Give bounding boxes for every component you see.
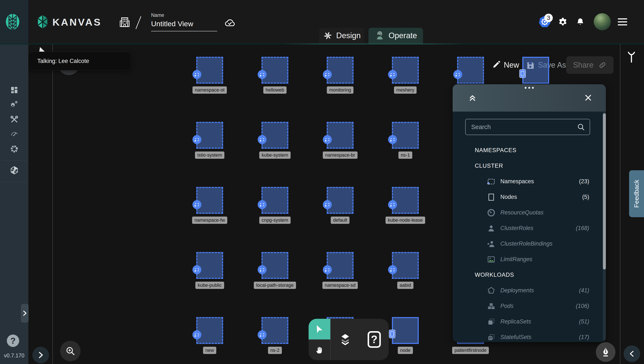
canvas-node-default[interactable] [327, 187, 354, 214]
panel-item-pods[interactable]: Pods(106) [453, 298, 606, 314]
node-label[interactable]: aabid [397, 282, 414, 289]
share-button[interactable]: Share [566, 56, 614, 74]
new-button[interactable]: New [504, 60, 519, 70]
canvas-node-namespace-sd[interactable] [327, 252, 354, 279]
drag-handle-icon[interactable] [453, 87, 606, 89]
kubernetes-context-badge[interactable]: 3 [544, 14, 553, 22]
canvas-node-cnpg-system[interactable] [262, 187, 288, 214]
canvas-node-ns-1[interactable] [392, 122, 419, 149]
extensions-ring-icon[interactable] [10, 144, 19, 154]
canvas-node-namespace-br[interactable] [327, 122, 354, 149]
panel-section-cluster: CLUSTER [453, 158, 606, 174]
node-label[interactable]: patientfirstnode [452, 347, 489, 354]
canvas-node-namespace-fw[interactable] [196, 187, 223, 214]
search-icon[interactable] [576, 122, 586, 131]
node-label[interactable]: node [398, 347, 413, 354]
performance-gauge-icon[interactable] [10, 129, 19, 139]
panel-item-statefulsets[interactable]: StatefulSets(17) [453, 329, 606, 342]
panel-item-label: Namespaces [500, 178, 579, 185]
panel-section-namespaces: NAMESPACES [453, 142, 606, 158]
node-label[interactable]: ns-2 [268, 347, 282, 354]
canvas-node-istio-system[interactable] [196, 122, 223, 149]
organization-building-icon[interactable] [118, 16, 131, 29]
node-label[interactable]: helloweb [264, 86, 286, 94]
canvas-node-unnamed[interactable] [457, 57, 484, 84]
workspace-logo-cell[interactable] [0, 0, 28, 44]
meshery-hexagon-icon[interactable] [10, 165, 19, 175]
node-label[interactable]: namespace-ot [192, 86, 227, 94]
layers-tool-button[interactable] [331, 319, 360, 360]
pod-icon [487, 302, 496, 311]
toolkit-wrenches-icon[interactable] [10, 115, 19, 124]
node-label[interactable]: cnpg-system [259, 217, 291, 224]
help-button[interactable]: ? [7, 334, 19, 347]
settings-gear-icon[interactable] [558, 17, 568, 28]
panel-item-replicasets[interactable]: ReplicaSets(51) [453, 314, 606, 329]
canvas-node-helloweb[interactable] [262, 57, 288, 84]
search-field[interactable] [465, 119, 590, 135]
panel-item-deployments[interactable]: Deployments(41) [453, 283, 606, 298]
canvas-node-aabid[interactable] [392, 252, 419, 279]
node-label[interactable]: local-path-storage [254, 282, 296, 289]
collapse-right-button[interactable] [624, 345, 640, 362]
node-label[interactable]: ns-1 [398, 151, 412, 159]
panel-item-resourcequotas[interactable]: ResourceQuotas [453, 205, 606, 220]
node-label[interactable]: new [203, 347, 216, 354]
node-label[interactable]: namespace-sd [322, 282, 358, 289]
select-tool-button[interactable] [308, 319, 330, 339]
panel-item-clusterroles[interactable]: ClusterRoles(168) [453, 220, 606, 236]
new-pencil-icon[interactable] [492, 60, 501, 69]
namespace-badge-icon [258, 70, 266, 79]
pen-tool-button[interactable] [596, 342, 616, 362]
canvas-node-kube-public[interactable] [196, 252, 223, 279]
dock-panel-header[interactable] [453, 84, 606, 112]
feedback-tab[interactable]: Feedback [629, 170, 644, 217]
canvas-node-namespace-ot[interactable] [196, 57, 223, 84]
search-input[interactable] [466, 123, 576, 131]
lifecycle-gears-icon[interactable] [10, 100, 19, 110]
canvas-node-meshery[interactable] [392, 57, 419, 84]
panel-item-clusterrolebindings[interactable]: ClusterRoleBindings [453, 236, 606, 252]
node-label[interactable]: kube-node-lease [386, 217, 425, 224]
panel-item-limitranges[interactable]: LimitRanges [453, 252, 606, 267]
node-label[interactable]: kube-public [196, 282, 224, 289]
panel-item-namespaces[interactable]: Namespaces(23) [453, 174, 606, 189]
node-label[interactable]: istio-system [195, 151, 224, 159]
panel-item-count: (17) [579, 334, 589, 340]
chevron-right-icon [37, 351, 44, 359]
expand-double-chevron-up-icon[interactable] [468, 93, 477, 103]
node-label[interactable]: default [331, 217, 350, 224]
panel-item-nodes[interactable]: Nodes(5) [453, 189, 606, 205]
toolbar-help-button[interactable]: ? [360, 319, 389, 360]
hamburger-menu-icon[interactable] [618, 18, 627, 25]
canvas-node-kube-system[interactable] [262, 122, 288, 149]
pan-tool-button[interactable] [308, 339, 330, 360]
dock-y-icon[interactable] [627, 51, 636, 64]
canvas-node-node[interactable] [392, 317, 419, 344]
tab-operate[interactable]: Operate [368, 28, 423, 44]
node-label[interactable]: monitoring [327, 86, 354, 94]
expand-drawer-button[interactable] [32, 347, 49, 363]
dashboard-icon[interactable] [10, 85, 19, 95]
tab-design-label: Design [336, 31, 360, 40]
close-icon[interactable] [584, 93, 593, 102]
cloud-sync-icon[interactable] [223, 17, 236, 27]
notifications-bell-icon[interactable] [576, 17, 585, 27]
sidebar-expand-tab[interactable] [21, 304, 28, 323]
node-label[interactable]: namespace-br [323, 151, 358, 159]
node-label[interactable]: meshery [394, 86, 416, 94]
tab-design[interactable]: Design [319, 28, 364, 44]
canvas-node-kube-node-lease[interactable] [392, 187, 419, 214]
node-label[interactable]: namespace-fw [192, 217, 227, 224]
user-avatar[interactable] [594, 13, 611, 30]
canvas-node-local-path-storage[interactable] [262, 252, 288, 279]
save-as-floppy-icon[interactable] [526, 61, 535, 70]
zoom-in-button[interactable] [60, 341, 80, 361]
canvas-node-new[interactable] [196, 317, 223, 344]
panel-scrollbar[interactable] [603, 112, 606, 341]
canvas-node-monitoring[interactable] [327, 57, 354, 84]
panel-scrollbar-thumb[interactable] [603, 113, 606, 269]
canvas-node-ns-2[interactable] [262, 317, 288, 344]
node-label[interactable]: kube-system [259, 151, 291, 159]
view-name-input[interactable] [151, 20, 217, 31]
